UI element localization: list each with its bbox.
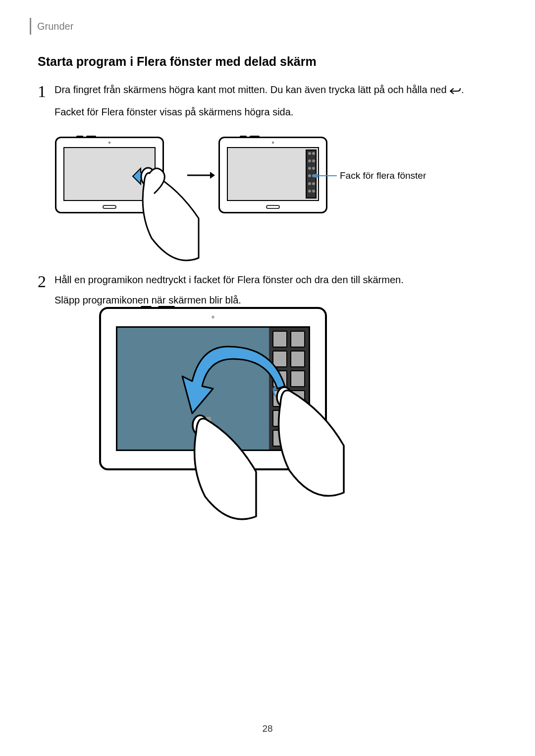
step-1-text: Dra fingret från skärmens högra kant mot… [54,82,497,100]
callout-line [316,175,337,176]
illustration-swipe-tray: Fack för flera fönster [55,137,436,265]
hand-drop-icon [179,413,259,524]
callout-text: Fack för flera fönster [340,170,426,181]
step-2-text-2: Släpp programikonen när skärmen blir blå… [54,293,497,308]
header-divider [30,18,31,35]
back-icon [449,84,461,100]
section-heading: Starta program i Flera fönster med delad… [38,54,317,69]
step-1-text-a: Dra fingret från skärmens högra kant mot… [54,84,449,95]
hand-hold-icon [265,386,349,502]
step-1-body: Dra fingret från skärmens högra kant mot… [54,82,497,120]
step-2-text-1: Håll en programikon nedtryckt i facket f… [54,272,497,288]
step-1-text-2: Facket för Flera fönster visas på skärme… [54,104,497,120]
step-2-body: Håll en programikon nedtryckt i facket f… [54,272,497,308]
step-1-text-b: . [461,84,464,95]
screen-with-tray [227,147,319,201]
step-2: 2 Håll en programikon nedtryckt i facket… [38,272,497,309]
tablet-after [218,137,327,213]
header-breadcrumb: Grunder [37,21,73,32]
transition-arrow-icon [186,170,216,182]
page-number: 28 [0,723,535,734]
header: Grunder [30,18,73,35]
step-2-number: 2 [38,272,46,291]
illustration-drag-app [99,307,357,520]
step-1-number: 1 [38,82,46,101]
step-1: 1 Dra fingret från skärmens högra kant m… [38,82,497,121]
